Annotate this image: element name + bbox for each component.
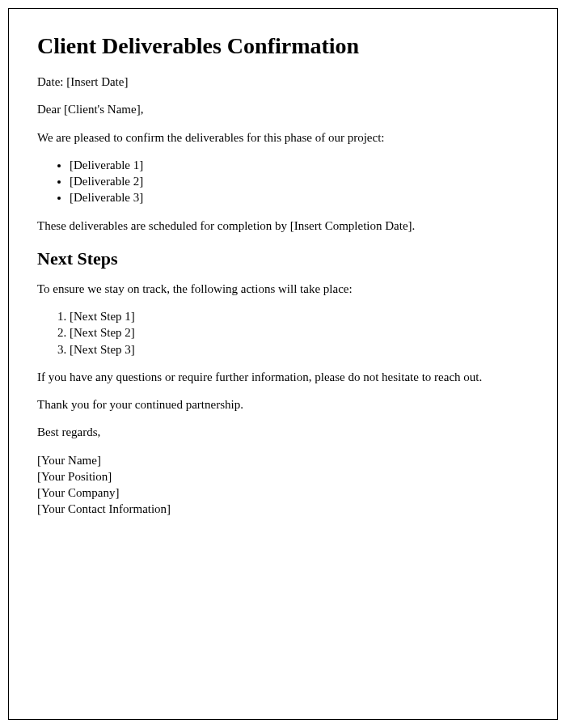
list-item: [Next Step 2] (70, 324, 529, 341)
signature-name: [Your Name] (37, 452, 529, 468)
document-page: Client Deliverables Confirmation Date: [… (8, 8, 558, 720)
schedule-line: These deliverables are scheduled for com… (37, 218, 529, 234)
list-item: [Deliverable 2] (70, 173, 529, 189)
salutation: Dear [Client's Name], (37, 101, 529, 117)
next-steps-heading: Next Steps (37, 248, 529, 269)
questions-line: If you have any questions or require fur… (37, 369, 529, 385)
signature-position: [Your Position] (37, 468, 529, 485)
intro-paragraph: We are pleased to confirm the deliverabl… (37, 129, 529, 146)
date-line: Date: [Insert Date] (37, 74, 529, 90)
closing: Best regards, (37, 424, 529, 440)
signature-company: [Your Company] (37, 485, 529, 501)
list-item: [Next Step 3] (70, 341, 529, 358)
list-item: [Deliverable 3] (70, 189, 529, 205)
page-title: Client Deliverables Confirmation (37, 33, 529, 59)
list-item: [Deliverable 1] (70, 157, 529, 173)
deliverables-list: [Deliverable 1] [Deliverable 2] [Deliver… (37, 157, 529, 206)
next-steps-intro: To ensure we stay on track, the followin… (37, 281, 529, 297)
signature-contact: [Your Contact Information] (37, 501, 529, 517)
next-steps-list: [Next Step 1] [Next Step 2] [Next Step 3… (37, 308, 529, 358)
list-item: [Next Step 1] (70, 308, 529, 324)
signature-block: [Your Name] [Your Position] [Your Compan… (37, 452, 529, 518)
thanks-line: Thank you for your continued partnership… (37, 396, 529, 413)
